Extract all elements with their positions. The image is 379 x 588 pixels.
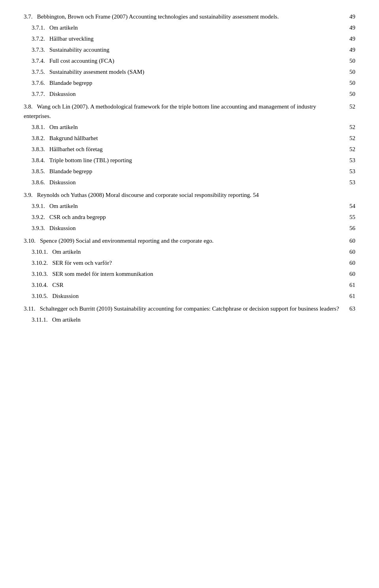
- toc-entry-3-8-1-page: 52: [343, 122, 355, 132]
- toc-entry-3-7-6: 3.7.6. Blandade begrepp 50: [24, 78, 355, 88]
- toc-entry-3-11-page: 63: [343, 304, 355, 313]
- toc-entry-3-10-4: 3.10.4. CSR 61: [24, 280, 355, 290]
- toc-entry-3-8-3-page: 52: [343, 144, 355, 154]
- toc-entry-3-7-3: 3.7.3. Sustainability accounting 49: [24, 45, 355, 54]
- toc-entry-3-7-4: 3.7.4. Full cost accounting (FCA) 50: [24, 56, 355, 66]
- toc-entry-3-7-7: 3.7.7. Diskussion 50: [24, 89, 355, 99]
- toc-entry-3-9-2-page: 55: [343, 212, 355, 222]
- toc-entry-3-7-3-text: 3.7.3. Sustainability accounting: [24, 45, 343, 54]
- toc-entry-3-8-text: 3.8. Wang och Lin (2007). A methodologic…: [24, 102, 343, 121]
- toc-entry-3-9-3-text: 3.9.3. Diskussion: [24, 223, 343, 233]
- toc-entry-3-10-4-text: 3.10.4. CSR: [24, 280, 343, 290]
- toc-entry-3-10-5-page: 61: [343, 291, 355, 301]
- toc-entry-3-7-5-text: 3.7.5. Sustainability assesment models (…: [24, 67, 343, 77]
- toc-entry-3-8-5: 3.8.5. Blandade begrepp 53: [24, 167, 355, 176]
- toc-entry-3-10-page: 60: [343, 236, 355, 245]
- toc-entry-3-10-5: 3.10.5. Diskussion 61: [24, 291, 355, 301]
- toc-entry-3-8-2: 3.8.2. Bakgrund hållbarhet 52: [24, 133, 355, 143]
- toc-entry-3-8-4-text: 3.8.4. Triple bottom line (TBL) reportin…: [24, 155, 343, 165]
- toc-entry-3-10-3: 3.10.3. SER som medel för intern kommuni…: [24, 269, 355, 279]
- toc-entry-3-9-text: 3.9. Reynolds och Yuthas (2008) Moral di…: [24, 190, 343, 200]
- toc-entry-3-10-3-page: 60: [343, 269, 355, 279]
- toc-entry-3-8-6-page: 53: [343, 178, 355, 187]
- toc-entry-3-7-1-text: 3.7.1. Om artikeln: [24, 23, 343, 32]
- toc-entry-3-10-2: 3.10.2. SER för vem och varför? 60: [24, 258, 355, 268]
- toc-entry-3-8-3-text: 3.8.3. Hållbarhet och företag: [24, 144, 343, 154]
- toc-entry-3-7-2-text: 3.7.2. Hållbar utveckling: [24, 34, 343, 43]
- toc-entry-3-10-1: 3.10.1. Om artikeln 60: [24, 247, 355, 257]
- toc-entry-3-7-1: 3.7.1. Om artikeln 49: [24, 23, 355, 32]
- toc-entry-3-8-3: 3.8.3. Hållbarhet och företag 52: [24, 144, 355, 154]
- toc-entry-3-8-page: 52: [343, 102, 355, 111]
- toc-entry-3-11-1-text: 3.11.1. Om artikeln: [24, 315, 343, 324]
- toc-entry-3-7-2: 3.7.2. Hållbar utveckling 49: [24, 34, 355, 43]
- toc-entry-3-8-1-text: 3.8.1. Om artikeln: [24, 122, 343, 132]
- toc-entry-3-8-1: 3.8.1. Om artikeln 52: [24, 122, 355, 132]
- toc-entry-3-7-7-page: 50: [343, 89, 355, 99]
- toc-entry-3-11: 3.11. Schaltegger och Burritt (2010) Sus…: [24, 304, 355, 313]
- toc-entry-3-7-5: 3.7.5. Sustainability assesment models (…: [24, 67, 355, 77]
- toc-entry-3-7-6-page: 50: [343, 78, 355, 88]
- toc-entry-3-11-1: 3.11.1. Om artikeln: [24, 315, 355, 324]
- toc-entry-3-7-page: 49: [343, 12, 355, 21]
- toc-entry-3-9-2: 3.9.2. CSR och andra begrepp 55: [24, 212, 355, 222]
- toc-entry-3-8-6: 3.8.6. Diskussion 53: [24, 178, 355, 187]
- toc-entry-3-7-4-page: 50: [343, 56, 355, 66]
- toc-entry-3-8-5-page: 53: [343, 167, 355, 176]
- toc-entry-3-8-4: 3.8.4. Triple bottom line (TBL) reportin…: [24, 155, 355, 165]
- toc-entry-3-7-6-text: 3.7.6. Blandade begrepp: [24, 78, 343, 88]
- toc-entry-3-7-text: 3.7. Bebbington, Brown och Frame (2007) …: [24, 12, 343, 21]
- toc-entry-3-10-text: 3.10. Spence (2009) Social and environme…: [24, 236, 343, 245]
- toc-entry-3-8-5-text: 3.8.5. Blandade begrepp: [24, 167, 343, 176]
- toc-entry-3-9-3: 3.9.3. Diskussion 56: [24, 223, 355, 233]
- toc-entry-3-8-6-text: 3.8.6. Diskussion: [24, 178, 343, 187]
- toc-entry-3-9-1: 3.9.1. Om artikeln 54: [24, 201, 355, 211]
- toc-entry-3-10-1-text: 3.10.1. Om artikeln: [24, 247, 343, 257]
- toc-entry-3-10-5-text: 3.10.5. Diskussion: [24, 291, 343, 301]
- toc-entry-3-7: 3.7. Bebbington, Brown och Frame (2007) …: [24, 12, 355, 21]
- toc-entry-3-9-1-text: 3.9.1. Om artikeln: [24, 201, 343, 211]
- toc-entry-3-9: 3.9. Reynolds och Yuthas (2008) Moral di…: [24, 190, 355, 200]
- toc-entry-3-9-2-text: 3.9.2. CSR och andra begrepp: [24, 212, 343, 222]
- toc-entry-3-7-4-text: 3.7.4. Full cost accounting (FCA): [24, 56, 343, 66]
- toc-container: 3.7. Bebbington, Brown och Frame (2007) …: [24, 12, 355, 324]
- toc-entry-3-10-2-text: 3.10.2. SER för vem och varför?: [24, 258, 343, 268]
- toc-entry-3-8: 3.8. Wang och Lin (2007). A methodologic…: [24, 102, 355, 121]
- toc-entry-3-9-1-page: 54: [343, 201, 355, 211]
- toc-entry-3-8-4-page: 53: [343, 155, 355, 165]
- toc-entry-3-8-2-page: 52: [343, 133, 355, 143]
- toc-entry-3-7-2-page: 49: [343, 34, 355, 43]
- toc-entry-3-9-3-page: 56: [343, 223, 355, 233]
- toc-entry-3-11-text: 3.11. Schaltegger och Burritt (2010) Sus…: [24, 304, 343, 313]
- toc-entry-3-7-3-page: 49: [343, 45, 355, 54]
- toc-entry-3-8-2-text: 3.8.2. Bakgrund hållbarhet: [24, 133, 343, 143]
- toc-entry-3-10: 3.10. Spence (2009) Social and environme…: [24, 236, 355, 245]
- toc-entry-3-10-3-text: 3.10.3. SER som medel för intern kommuni…: [24, 269, 343, 279]
- toc-entry-3-10-1-page: 60: [343, 247, 355, 257]
- toc-entry-3-7-7-text: 3.7.7. Diskussion: [24, 89, 343, 99]
- toc-entry-3-7-5-page: 50: [343, 67, 355, 77]
- toc-entry-3-7-1-page: 49: [343, 23, 355, 32]
- toc-entry-3-10-4-page: 61: [343, 280, 355, 290]
- toc-entry-3-10-2-page: 60: [343, 258, 355, 268]
